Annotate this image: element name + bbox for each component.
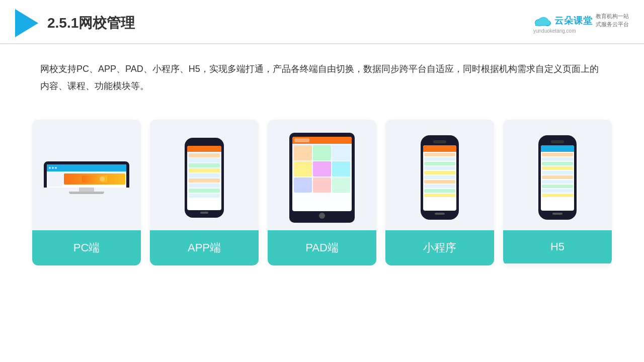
tablet-screen bbox=[292, 137, 352, 211]
tablet-card bbox=[294, 145, 312, 160]
pad-card: PAD端 bbox=[268, 120, 376, 265]
h5-row bbox=[542, 171, 573, 174]
tablet-card bbox=[332, 161, 350, 176]
pc-screen-content bbox=[47, 164, 126, 188]
h5-mockup bbox=[538, 135, 577, 220]
pc-mockup bbox=[44, 161, 129, 194]
svg-point-9 bbox=[100, 176, 105, 182]
mini-program-card: 小程序 bbox=[385, 120, 494, 265]
pc-banner bbox=[64, 173, 125, 185]
brand-logo-top: 云朵课堂 教育机构一站 式服务云平台 bbox=[533, 13, 629, 28]
phone-row bbox=[189, 168, 220, 172]
pc-card: PC端 bbox=[32, 120, 141, 265]
tablet-card bbox=[294, 161, 312, 176]
h5-row bbox=[542, 162, 573, 165]
mini-row bbox=[424, 180, 455, 184]
mini-row bbox=[424, 162, 455, 165]
pc-banner-img bbox=[82, 175, 107, 183]
h5-screen bbox=[541, 145, 574, 211]
h5-label: H5 bbox=[503, 230, 612, 263]
phone-topbar bbox=[187, 146, 221, 152]
tablet-card bbox=[332, 177, 350, 193]
h5-topbar bbox=[541, 145, 574, 152]
pc-label: PC端 bbox=[32, 230, 141, 265]
mini-image-area bbox=[385, 120, 494, 230]
h5-row bbox=[542, 189, 573, 193]
page-title: 2.5.1网校管理 bbox=[47, 14, 135, 33]
pad-label: PAD端 bbox=[268, 230, 376, 265]
svg-rect-7 bbox=[536, 22, 549, 25]
brand-url: yunduoketang.com bbox=[533, 28, 576, 34]
phone-row bbox=[189, 184, 220, 188]
tablet-card bbox=[294, 177, 312, 193]
tablet-card bbox=[313, 177, 331, 193]
mini-row bbox=[424, 166, 455, 170]
h5-phone-outer bbox=[538, 135, 577, 220]
tablet-card bbox=[313, 161, 331, 176]
app-card: APP端 bbox=[150, 120, 259, 265]
phone-row bbox=[189, 163, 220, 167]
pc-screen-outer bbox=[44, 161, 129, 188]
h5-body bbox=[541, 152, 574, 198]
pc-base bbox=[69, 192, 104, 194]
mini-screen bbox=[423, 145, 456, 211]
pc-body bbox=[47, 172, 126, 188]
brand-logo: 云朵课堂 教育机构一站 式服务云平台 yunduoketang.com bbox=[533, 13, 629, 34]
h5-row bbox=[542, 175, 573, 179]
h5-row bbox=[542, 194, 573, 197]
h5-row bbox=[542, 185, 573, 188]
mini-mockup bbox=[421, 135, 459, 220]
phone-row bbox=[189, 189, 220, 193]
pc-dot bbox=[49, 167, 51, 169]
h5-home-pill bbox=[552, 213, 562, 215]
mini-body bbox=[423, 152, 456, 198]
header-right: 云朵课堂 教育机构一站 式服务云平台 yunduoketang.com bbox=[533, 13, 629, 34]
mini-row bbox=[424, 175, 455, 179]
pc-stand bbox=[79, 188, 94, 192]
phone-notch bbox=[198, 142, 210, 144]
mini-label: 小程序 bbox=[385, 230, 494, 265]
mini-row bbox=[424, 157, 455, 161]
mini-notch bbox=[433, 140, 446, 143]
tablet-mockup bbox=[289, 133, 355, 223]
brand-name: 云朵课堂 bbox=[554, 15, 593, 27]
h5-row bbox=[542, 166, 573, 170]
phone-home-button bbox=[200, 212, 208, 214]
page-header: 2.5.1网校管理 云朵课堂 教育机构一站 式服务云平台 bbox=[0, 0, 644, 44]
description-text: 网校支持PC、APP、PAD、小程序、H5，实现多端打通，产品各终端自由切换，数… bbox=[0, 44, 644, 105]
mini-row bbox=[424, 153, 455, 156]
pc-topbar bbox=[47, 164, 126, 171]
phone-row bbox=[189, 158, 220, 162]
phone-screen bbox=[187, 146, 221, 210]
mini-topbar bbox=[423, 145, 456, 152]
tablet-outer bbox=[289, 133, 355, 223]
tablet-card bbox=[332, 145, 350, 160]
cloud-icon bbox=[533, 14, 551, 28]
h5-row bbox=[542, 180, 573, 184]
mini-row bbox=[424, 171, 455, 174]
phone-row bbox=[189, 194, 220, 198]
mini-home-pill bbox=[435, 213, 445, 215]
tablet-card bbox=[313, 145, 331, 160]
mini-phone-outer bbox=[421, 135, 459, 220]
h5-image-area bbox=[503, 120, 612, 230]
pc-dot bbox=[52, 167, 54, 169]
h5-row bbox=[542, 157, 573, 161]
app-mockup bbox=[185, 138, 224, 218]
h5-row bbox=[542, 153, 573, 156]
tablet-home-button bbox=[319, 213, 325, 219]
h5-card: H5 bbox=[503, 120, 612, 265]
phone-row bbox=[189, 173, 220, 177]
mini-row bbox=[424, 189, 455, 193]
tablet-title bbox=[294, 138, 309, 142]
app-label: APP端 bbox=[150, 230, 259, 265]
pc-image-area bbox=[32, 120, 141, 230]
phone-outer bbox=[185, 138, 224, 218]
phone-row bbox=[189, 178, 220, 183]
brand-tagline: 教育机构一站 式服务云平台 bbox=[596, 13, 629, 28]
app-image-area bbox=[150, 120, 259, 230]
h5-notch bbox=[551, 140, 564, 143]
pc-dot bbox=[55, 167, 57, 169]
phone-content bbox=[187, 152, 221, 199]
pc-main bbox=[64, 173, 125, 187]
